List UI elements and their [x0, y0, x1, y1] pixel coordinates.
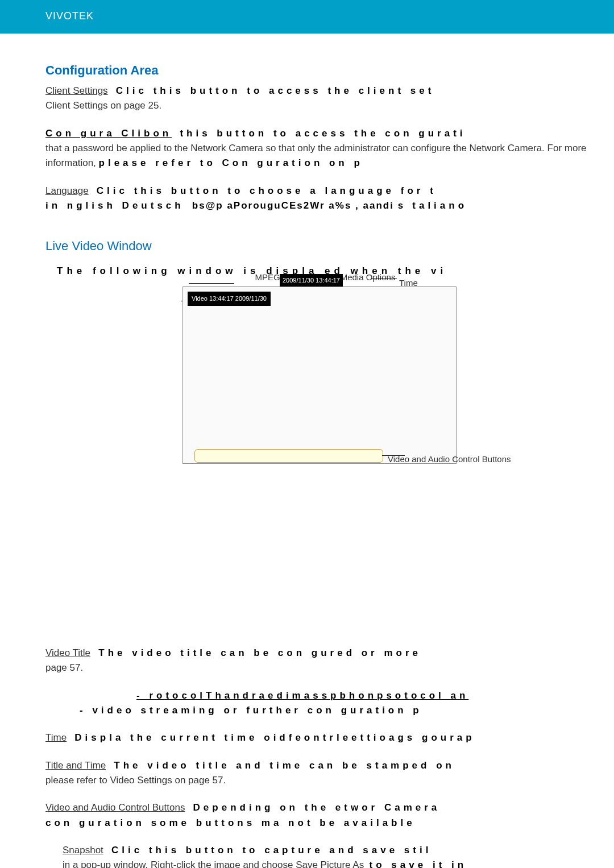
spacer [121, 464, 518, 629]
para-video-title: Video Title The video title can be con g… [45, 646, 594, 676]
snapshot-body: in a pop-up window. Right-click the imag… [63, 859, 364, 868]
para-vac: Video and Audio Control Buttons Dependin… [45, 800, 594, 830]
control-bar[interactable] [194, 449, 383, 463]
section-heading-config: Configuration Area [45, 61, 594, 80]
time-link[interactable]: Time [45, 732, 67, 743]
header-bar: VIVOTEK [0, 0, 614, 32]
page-content: Configuration Area Client Settings Clic … [0, 51, 614, 868]
protocol-line1: - rotocolThandraedimasspbhonpsotocol an [136, 690, 468, 701]
language-line2b: bs@p aPorouguCEs2Wr a%s , aandi s [192, 200, 404, 211]
brand-text: VIVOTEK [45, 10, 94, 22]
video-title-bar: Video 13:44:17 2009/11/30 [188, 292, 271, 306]
title-time-tail: please refer to Video Settings on page 5… [45, 775, 226, 786]
leader-line [371, 279, 397, 279]
client-settings-tail: Client Settings on page 25. [45, 100, 161, 111]
para-client-settings: Client Settings Clic this button to acce… [45, 84, 594, 114]
snapshot-link[interactable]: Snapshot [63, 845, 103, 855]
ctrl-caption: Video and Audio Control Buttons [388, 452, 511, 466]
vac-desc1: Depending on the etwor Camera [193, 802, 441, 813]
section-heading-live: Live Video Window [45, 236, 594, 256]
timestamp-top: 2009/11/30 13:44:17 [280, 274, 343, 287]
vac-link[interactable]: Video and Audio Control Buttons [45, 802, 185, 813]
video-title-link[interactable]: Video Title [45, 647, 90, 658]
video-title-tail: page 57. [45, 662, 83, 673]
language-link[interactable]: Language [45, 185, 89, 196]
vac-desc2: con guration some buttons ma not be avai… [45, 817, 416, 828]
language-line2a: in nglish Deutsch [45, 200, 184, 211]
video-box: Video 13:44:17 2009/11/30 [182, 286, 457, 464]
title-time-desc: The video title and time can be stamped … [114, 760, 455, 771]
language-line2c: taliano [412, 200, 467, 211]
configuration-link[interactable]: Con gura Clibon [45, 128, 172, 139]
document-page: VIVOTEK Configuration Area Client Settin… [0, 0, 614, 868]
snapshot-desc: Clic this button to capture and save sti… [111, 845, 432, 855]
time-desc: Displa the current time oidfeontrleettio… [74, 732, 475, 743]
para-snapshot: Snapshot Clic this button to capture and… [63, 843, 594, 868]
header-rule [0, 32, 614, 34]
para-configuration: Con gura Clibon this button to access th… [45, 126, 594, 171]
snapshot-body-tail: to save it in [370, 859, 467, 868]
leader-line [189, 283, 234, 284]
configuration-tail: please refer to Con guration on p [99, 157, 363, 168]
language-desc: Clic this button to choose a language fo… [97, 185, 437, 196]
para-time: Time Displa the current time oidfeontrle… [45, 730, 594, 745]
title-time-link[interactable]: Title and Time [45, 760, 106, 771]
para-title-time: Title and Time The video title and time … [45, 758, 594, 788]
configuration-desc: this button to access the con gurati [180, 128, 466, 139]
para-language: Language Clic this button to choose a la… [45, 184, 594, 214]
video-title-desc: The video title can be con gured or more [98, 647, 421, 658]
video-diagram: MPEG-4 Protocol and Media Options Video … [121, 286, 518, 629]
para-protocol: - rotocolThandraedimasspbhonpsotocol an … [45, 688, 594, 719]
protocol-line2: - video streaming or further con guratio… [80, 705, 422, 716]
client-settings-link[interactable]: Client Settings [45, 85, 108, 96]
client-settings-desc: Clic this button to access the client se… [116, 85, 435, 96]
